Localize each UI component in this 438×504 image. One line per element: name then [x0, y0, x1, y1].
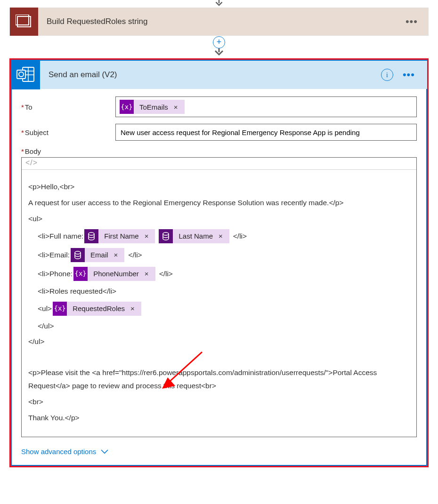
token-remove-button[interactable]: ×	[144, 230, 150, 242]
body-line-phone: <li>Phone: {x} PhoneNumber × </li>	[38, 266, 410, 282]
dataverse-icon	[84, 229, 98, 243]
token-last-name[interactable]: Last Name ×	[159, 229, 229, 243]
action-title: Build RequestedRoles string	[38, 17, 395, 26]
action-menu-button[interactable]: •••	[395, 8, 428, 36]
field-row-subject: *Subject	[21, 124, 417, 141]
expression-icon: {x}	[73, 267, 88, 281]
dataverse-icon	[159, 229, 173, 243]
token-remove-button[interactable]: ×	[130, 302, 136, 315]
field-label-subject: *Subject	[21, 128, 115, 136]
body-line-email: <li>Email: Email × </li>	[38, 247, 410, 263]
code-view-icon[interactable]: </>	[25, 159, 38, 167]
token-phone-number[interactable]: {x} PhoneNumber ×	[73, 267, 155, 281]
outlook-icon	[16, 66, 35, 83]
body-blank-line	[28, 351, 410, 363]
action-header[interactable]: Send an email (V2) i •••	[11, 60, 427, 89]
chevron-down-icon	[101, 448, 108, 456]
show-advanced-options[interactable]: Show advanced options	[21, 448, 108, 456]
body-text: <p>Please visit the <a href="https://rer…	[28, 366, 410, 392]
token-remove-button[interactable]: ×	[218, 230, 224, 242]
field-label-to: *To	[21, 103, 115, 111]
action-send-email-v2: Send an email (V2) i ••• *To {x} ToEmail…	[9, 58, 429, 467]
field-row-to: *To {x} ToEmails ×	[21, 96, 417, 117]
body-text: <br>	[28, 395, 410, 408]
token-first-name[interactable]: First Name ×	[84, 229, 155, 243]
body-toolbar: </>	[22, 158, 416, 170]
token-email[interactable]: Email ×	[71, 248, 124, 262]
token-remove-button[interactable]: ×	[173, 103, 179, 111]
expression-icon: {x}	[53, 302, 67, 316]
token-remove-button[interactable]: ×	[113, 248, 119, 261]
connector-arrow-top	[215, 0, 223, 8]
action-config-panel: *To {x} ToEmails × *Subject *Body	[11, 89, 427, 466]
body-editor[interactable]: </> <p>Hello,<br> A request for user acc…	[21, 157, 417, 437]
expression-icon: {x}	[120, 100, 134, 114]
info-button[interactable]: i	[381, 69, 393, 81]
body-line-fullname: <li>Full name: First Name ×	[38, 228, 410, 244]
action-title: Send an email (V2)	[40, 70, 381, 80]
body-text: </ul>	[28, 335, 410, 348]
token-toemails[interactable]: {x} ToEmails ×	[120, 100, 185, 114]
svg-point-9	[163, 232, 169, 235]
token-requested-roles[interactable]: {x} RequestedRoles ×	[53, 302, 141, 316]
body-text: <ul>	[28, 212, 410, 225]
body-text: A request for user access to the Regiona…	[28, 196, 410, 209]
svg-point-8	[89, 232, 94, 235]
subject-input-wrapper[interactable]	[115, 124, 417, 141]
svg-point-10	[75, 251, 81, 254]
action-build-requested-roles[interactable]: Build RequestedRoles string •••	[9, 8, 429, 36]
arrow-down-icon	[214, 47, 224, 56]
add-step-button[interactable]: +	[213, 36, 225, 48]
action-menu-button[interactable]: •••	[403, 60, 427, 89]
svg-rect-6	[17, 70, 25, 79]
body-text: </ul>	[38, 320, 410, 333]
body-content[interactable]: <p>Hello,<br> A request for user access …	[22, 170, 416, 437]
arrow-down-icon	[215, 0, 223, 8]
field-label-body: *Body	[21, 147, 417, 155]
dataverse-icon	[71, 248, 85, 262]
body-text: Thank You.</p>	[28, 411, 410, 424]
body-text: <li>Roles requested</li>	[38, 285, 410, 298]
plus-icon: +	[217, 38, 222, 46]
variables-connector-icon	[10, 8, 38, 36]
info-icon: i	[386, 71, 388, 79]
outlook-connector-icon-box	[11, 60, 40, 89]
connector-arrow	[214, 47, 224, 58]
body-text: <p>Hello,<br>	[28, 180, 410, 193]
body-line-roles: <ul> {x} RequestedRoles ×	[38, 301, 410, 317]
token-remove-button[interactable]: ×	[144, 267, 150, 280]
to-input[interactable]: {x} ToEmails ×	[115, 96, 417, 117]
variable-icon	[16, 15, 32, 29]
subject-input[interactable]	[120, 127, 413, 138]
add-step-connector: +	[0, 36, 438, 58]
